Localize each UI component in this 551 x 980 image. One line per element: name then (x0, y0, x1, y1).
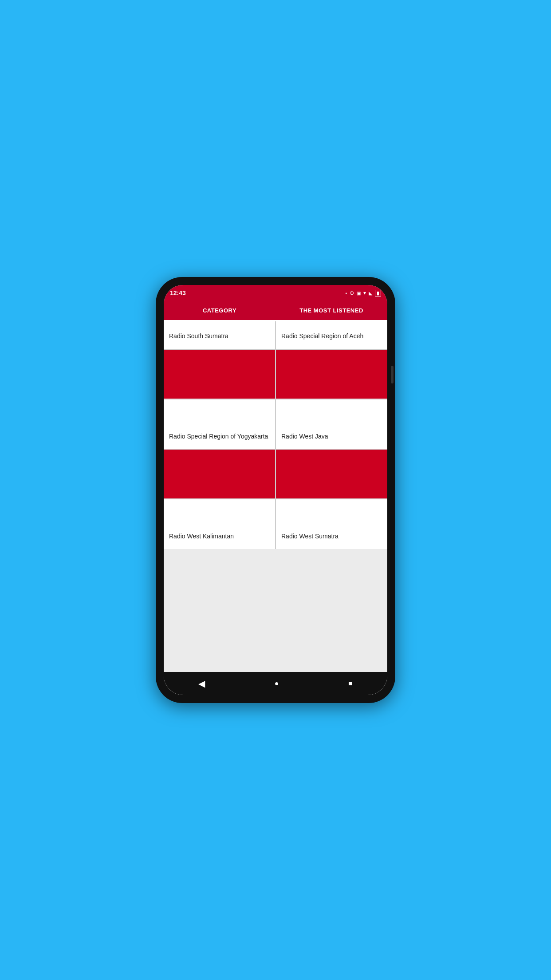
card-label: Radio West Kalimantan (164, 526, 275, 549)
card-thumbnail (276, 450, 387, 498)
signal-icon: ◣ (369, 290, 372, 296)
card-image-4[interactable] (276, 350, 387, 399)
card-radio-west-java[interactable]: Radio West Java (276, 399, 387, 449)
card-image-8[interactable] (276, 450, 387, 498)
card-label: Radio Special Region of Yogyakarta (164, 426, 275, 449)
card-radio-west-kalimantan[interactable]: Radio West Kalimantan (164, 499, 275, 549)
sd-icon: ▣ (357, 291, 361, 296)
wifi-icon: ▾ (363, 290, 366, 296)
status-time: 12:43 (170, 289, 186, 296)
card-thumbnail (164, 450, 275, 498)
radio-grid: Radio South Sumatra Radio Special Region… (164, 321, 387, 549)
card-radio-south-sumatra[interactable]: Radio South Sumatra (164, 321, 275, 349)
card-label: Radio Special Region of Aceh (276, 326, 387, 349)
recent-button[interactable]: ■ (339, 676, 362, 691)
tab-category[interactable]: CATEGORY (164, 301, 276, 320)
back-button[interactable]: ◀ (189, 675, 214, 692)
tab-most-listened[interactable]: THE MOST LISTENED (276, 301, 387, 320)
status-icons: ▪ ⊙ ▣ ▾ ◣ ▮ (345, 290, 381, 296)
card-radio-west-sumatra[interactable]: Radio West Sumatra (276, 499, 387, 549)
status-bar: 12:43 ▪ ⊙ ▣ ▾ ◣ ▮ (164, 285, 387, 301)
content-area: Radio South Sumatra Radio Special Region… (164, 321, 387, 672)
card-thumbnail (276, 350, 387, 399)
card-image-3[interactable] (164, 350, 275, 399)
phone-screen: 12:43 ▪ ⊙ ▣ ▾ ◣ ▮ CATEGORY THE (164, 285, 387, 695)
card-radio-yogyakarta[interactable]: Radio Special Region of Yogyakarta (164, 399, 275, 449)
card-thumbnail (164, 350, 275, 399)
volume-button (391, 366, 394, 383)
card-image-7[interactable] (164, 450, 275, 498)
phone-shell: 12:43 ▪ ⊙ ▣ ▾ ◣ ▮ CATEGORY THE (156, 277, 395, 703)
nav-bar: ◀ ● ■ (164, 672, 387, 695)
card-radio-aceh[interactable]: Radio Special Region of Aceh (276, 321, 387, 349)
cast-icon: ⊙ (350, 290, 354, 296)
card-label: Radio South Sumatra (164, 326, 275, 349)
sim-icon: ▪ (345, 291, 347, 296)
home-button[interactable]: ● (266, 676, 288, 691)
card-label: Radio West Sumatra (276, 526, 387, 549)
tab-bar: CATEGORY THE MOST LISTENED (164, 301, 387, 321)
card-label: Radio West Java (276, 426, 387, 449)
battery-icon: ▮ (375, 290, 381, 296)
